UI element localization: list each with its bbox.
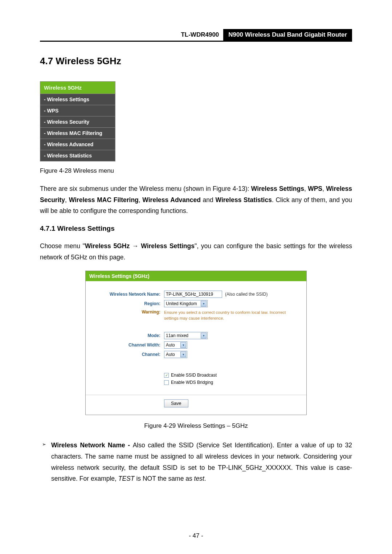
select-region[interactable]: United Kingdom ▾ — [164, 300, 208, 307]
wireless-settings-panel: Wireless Settings (5GHz) Wireless Networ… — [85, 271, 307, 415]
figure-caption-28: Figure 4-28 Wireless menu — [40, 167, 352, 175]
paragraph-submenus: There are six submenus under the Wireles… — [40, 183, 352, 217]
warning-text: Ensure you select a correct country to c… — [164, 309, 301, 321]
save-button[interactable]: Save — [164, 399, 188, 407]
input-network-name[interactable]: TP-LINK_5GHz_130919 — [164, 291, 222, 298]
figure-caption-29: Figure 4-29 Wireless Settings – 5GHz — [40, 422, 352, 430]
panel-title: Wireless Settings (5GHz) — [86, 271, 306, 281]
menu-item-wireless-settings[interactable]: - Wireless Settings — [40, 94, 115, 105]
model-number: TL-WDR4900 — [176, 29, 223, 41]
chevron-down-icon: ▾ — [180, 342, 186, 348]
chevron-down-icon: ▾ — [201, 333, 207, 338]
checkbox-wds-bridging[interactable] — [164, 380, 169, 385]
chevron-down-icon: ▾ — [201, 301, 207, 307]
select-channel-width[interactable]: Auto ▾ — [164, 341, 187, 349]
select-mode[interactable]: 11an mixed ▾ — [164, 332, 208, 339]
menu-item-wireless-advanced[interactable]: - Wireless Advanced — [40, 139, 115, 150]
menu-item-mac-filtering[interactable]: - Wireless MAC Filtering — [40, 127, 115, 139]
page-header: TL-WDR4900 N900 Wireless Dual Band Gigab… — [40, 29, 352, 42]
checkbox-ssid-label: Enable SSID Broadcast — [171, 373, 217, 378]
checkbox-wds-label: Enable WDS Bridging — [171, 380, 213, 385]
label-channel: Channel: — [91, 352, 164, 357]
menu-item-wps[interactable]: - WPS — [40, 105, 115, 116]
chevron-down-icon: ▾ — [180, 352, 186, 357]
label-mode: Mode: — [91, 333, 164, 338]
label-warning: Warning: — [91, 309, 164, 315]
bullet-icon: ➢ — [42, 440, 46, 484]
menu-item-wireless-security[interactable]: - Wireless Security — [40, 116, 115, 127]
model-description: N900 Wireless Dual Band Gigabit Router — [223, 29, 352, 41]
paragraph-choose-menu: Choose menu "Wireless 5GHz → Wireless Se… — [40, 241, 352, 263]
label-network-name: Wireless Network Name: — [91, 292, 164, 297]
bullet-wireless-network-name: ➢ Wireless Network Name - Also called th… — [42, 440, 352, 484]
menu-head: Wireless 5GHz — [40, 82, 115, 94]
label-region: Region: — [91, 301, 164, 306]
page-number: - 47 - — [0, 532, 392, 539]
checkbox-ssid-broadcast[interactable]: ✓ — [164, 373, 169, 378]
menu-item-wireless-statistics[interactable]: - Wireless Statistics — [40, 150, 115, 161]
wireless-menu: Wireless 5GHz - Wireless Settings - WPS … — [40, 81, 115, 161]
subsection-heading: 4.7.1 Wireless Settings — [40, 225, 352, 233]
select-channel[interactable]: Auto ▾ — [164, 351, 187, 358]
section-heading: 4.7 Wireless 5GHz — [40, 56, 352, 67]
label-channel-width: Channel Width: — [91, 342, 164, 348]
ssid-hint: (Also called the SSID) — [225, 292, 268, 297]
